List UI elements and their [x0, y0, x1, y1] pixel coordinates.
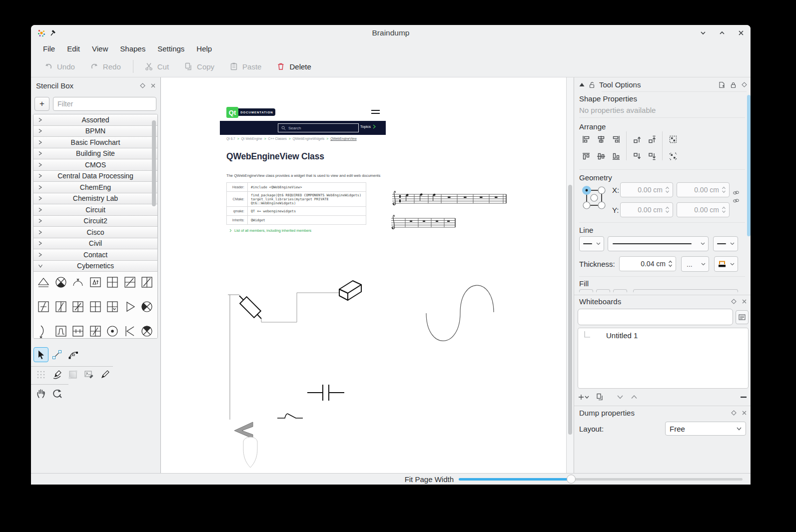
stencil-shape-icon[interactable]: [138, 324, 155, 339]
whiteboard-canvas[interactable]: Qt DOCUMENTATION Search Topics Qt 6.7> Q…: [160, 77, 566, 473]
stencil-shape-icon[interactable]: [121, 299, 138, 315]
stencil-shape-icon[interactable]: [138, 299, 155, 315]
view-mode-button[interactable]: [736, 310, 749, 324]
stencil-shape-icon[interactable]: [69, 299, 86, 315]
anchor-point-selector[interactable]: [582, 184, 607, 212]
close-panel-icon[interactable]: [742, 410, 747, 416]
stencil-shape-icon[interactable]: [52, 275, 69, 291]
new-document-icon[interactable]: [718, 81, 725, 88]
arrow-shape[interactable]: [234, 422, 253, 439]
category-chemistry-lab[interactable]: Chemistry Lab: [33, 193, 157, 205]
fill-option-button[interactable]: [596, 289, 610, 292]
bring-to-front-icon[interactable]: [646, 133, 658, 145]
add-whiteboard-icon[interactable]: [578, 394, 589, 401]
whiteboard-name-input[interactable]: [578, 309, 733, 325]
copy-button[interactable]: Copy: [184, 62, 214, 71]
category-cmos[interactable]: CMOS: [33, 159, 157, 171]
paste-button[interactable]: Paste: [229, 62, 261, 71]
delete-button[interactable]: Delete: [276, 62, 311, 71]
close-panel-icon[interactable]: [742, 299, 747, 304]
align-bottom-icon[interactable]: [610, 150, 622, 162]
canvas-scrollbar[interactable]: [566, 77, 573, 473]
raise-shape-icon[interactable]: [631, 133, 643, 145]
minimize-button[interactable]: [700, 29, 707, 36]
redo-button[interactable]: Redo: [90, 62, 121, 71]
stencil-shape-icon[interactable]: [104, 275, 121, 291]
menu-view[interactable]: View: [86, 42, 114, 55]
fill-option-button[interactable]: [613, 289, 627, 292]
category-chemeng[interactable]: ChemEng: [33, 182, 157, 193]
stencil-filter-input[interactable]: [53, 97, 156, 111]
category-cisco[interactable]: Cisco: [33, 227, 157, 238]
fill-option-button[interactable]: [579, 289, 593, 292]
zoom-slider-handle[interactable]: [567, 475, 576, 484]
pencil-tool-button[interactable]: [97, 367, 112, 382]
stencil-shape-icon[interactable]: [35, 299, 52, 315]
menu-settings[interactable]: Settings: [151, 42, 190, 55]
zoom-slider[interactable]: [459, 478, 743, 481]
remove-whiteboard-icon[interactable]: [740, 396, 747, 398]
stencil-shape-icon[interactable]: [35, 324, 52, 339]
y1-spinbox[interactable]: 0.00 cm: [620, 202, 673, 217]
align-top-icon[interactable]: [580, 150, 592, 162]
stroke-tool-button[interactable]: [49, 367, 64, 382]
width-spinbox[interactable]: 0.00 cm: [677, 182, 730, 197]
path-tool-button[interactable]: [65, 347, 80, 362]
bullet-shape[interactable]: [243, 437, 257, 468]
stencil-shape-icon[interactable]: [69, 275, 86, 291]
ungroup-shapes-icon[interactable]: [667, 150, 679, 162]
pattern-tool-button[interactable]: [33, 367, 48, 382]
align-vcenter-icon[interactable]: [595, 150, 607, 162]
stencil-shape-icon[interactable]: [87, 299, 104, 315]
category-assorted[interactable]: Assorted: [33, 114, 157, 126]
stencil-shape-icon[interactable]: [87, 324, 104, 339]
titlebar[interactable]: Braindump: [31, 25, 751, 41]
category-building-site[interactable]: Building Site: [33, 148, 157, 160]
menu-shapes[interactable]: Shapes: [114, 42, 151, 55]
box-3d-shape[interactable]: [339, 281, 361, 300]
collapse-triangle-icon[interactable]: [579, 82, 585, 87]
capacitor-shape[interactable]: [307, 385, 344, 401]
menu-file[interactable]: File: [37, 42, 61, 55]
category-circuit[interactable]: Circuit: [33, 204, 157, 216]
cut-button[interactable]: Cut: [144, 62, 169, 71]
connector-line[interactable]: [261, 293, 339, 322]
line-style-dropdown[interactable]: [608, 236, 709, 251]
line-end-dropdown[interactable]: [713, 236, 738, 251]
float-panel-icon[interactable]: [140, 83, 145, 88]
fill-color-button[interactable]: [633, 289, 738, 292]
category-cybernetics[interactable]: Cybernetics: [33, 261, 157, 272]
menu-help[interactable]: Help: [190, 42, 218, 55]
marker-dropdown[interactable]: ...: [681, 256, 709, 272]
stencil-scrollbar[interactable]: [152, 120, 156, 206]
align-right-icon[interactable]: [610, 133, 622, 145]
tool-options-scrollbar[interactable]: [747, 95, 751, 236]
zoom-tool-button[interactable]: [49, 386, 64, 401]
category-contact[interactable]: Contact: [33, 249, 157, 261]
category-civil[interactable]: Civil: [33, 238, 157, 250]
category-basic-flowchart[interactable]: Basic Flowchart: [33, 137, 157, 148]
category-central-data-processing[interactable]: Central Data Processing: [33, 171, 157, 182]
lock-open-icon[interactable]: [589, 81, 595, 88]
line-color-button[interactable]: [714, 256, 738, 272]
thickness-spinbox[interactable]: 0.04 cm: [619, 256, 676, 271]
stencil-shape-icon[interactable]: [121, 324, 138, 339]
layout-dropdown[interactable]: Free: [665, 422, 746, 436]
link-aspect-icon[interactable]: [733, 190, 739, 195]
undo-button[interactable]: Undo: [44, 62, 75, 71]
category-bpmn[interactable]: BPMN: [33, 126, 157, 137]
group-shapes-icon[interactable]: [667, 133, 679, 145]
send-to-back-icon[interactable]: [646, 150, 658, 162]
gradient-tool-button[interactable]: [65, 367, 80, 382]
stencil-shape-icon[interactable]: [52, 299, 69, 315]
polyline-shape[interactable]: [228, 295, 239, 420]
lock-icon[interactable]: [730, 81, 737, 88]
maximize-button[interactable]: [719, 29, 726, 36]
stencil-shape-icon[interactable]: [121, 275, 138, 291]
whiteboard-list-item[interactable]: Untitled 1: [578, 328, 748, 342]
pan-tool-button[interactable]: [33, 386, 48, 401]
stencil-shape-icon[interactable]: [52, 324, 69, 339]
move-up-icon[interactable]: [631, 395, 638, 399]
duplicate-whiteboard-icon[interactable]: [596, 393, 604, 401]
stencil-shape-icon[interactable]: [138, 275, 155, 291]
